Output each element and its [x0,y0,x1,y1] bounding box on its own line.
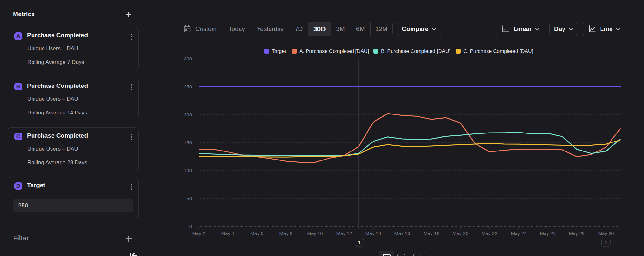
svg-text:Target: Target [272,49,286,54]
svg-text:May 14: May 14 [365,231,381,236]
svg-text:May 30: May 30 [598,231,614,236]
svg-text:May 4: May 4 [221,231,234,236]
svg-text:May 16: May 16 [394,231,410,236]
svg-text:May 26: May 26 [540,231,555,236]
svg-text:May 18: May 18 [423,231,439,236]
svg-text:50: 50 [186,196,192,201]
svg-text:May 2: May 2 [192,231,205,236]
svg-text:200: 200 [184,112,192,117]
svg-text:100: 100 [184,168,192,173]
svg-text:May 22: May 22 [481,231,497,236]
svg-text:300: 300 [184,56,192,61]
svg-text:May 10: May 10 [307,231,323,236]
svg-text:150: 150 [184,140,192,145]
svg-text:May 12: May 12 [336,231,352,236]
svg-text:May 28: May 28 [569,231,584,236]
svg-text:May 6: May 6 [251,231,264,236]
svg-text:May 24: May 24 [511,231,526,236]
svg-text:May 8: May 8 [279,231,293,236]
svg-text:1: 1 [358,240,361,246]
svg-text:B. Purchase Completed [DAU]: B. Purchase Completed [DAU] [381,49,450,54]
svg-text:1: 1 [604,240,607,246]
svg-text:0: 0 [189,224,192,229]
svg-text:A. Purchase Completed [DAU]: A. Purchase Completed [DAU] [299,49,369,54]
svg-text:250: 250 [184,84,192,89]
svg-text:May 20: May 20 [452,231,468,236]
svg-text:C. Purchase Completed [DAU]: C. Purchase Completed [DAU] [463,49,533,54]
